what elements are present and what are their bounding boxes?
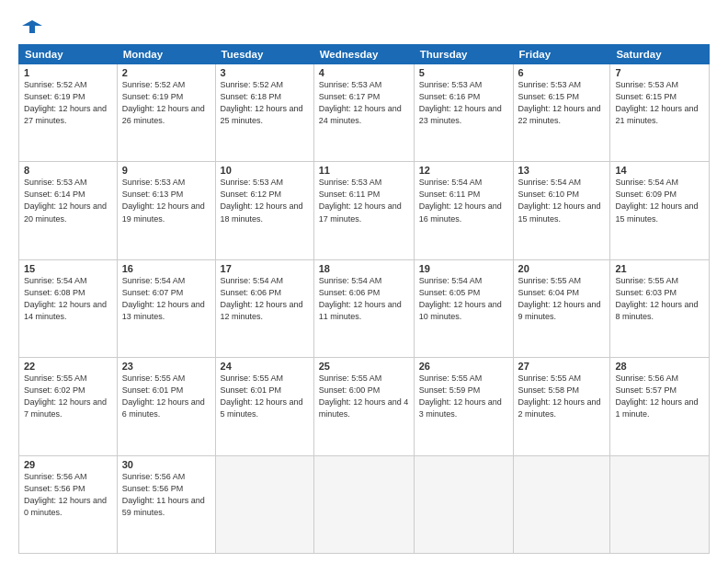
day-info: Sunrise: 5:55 AMSunset: 6:04 PMDaylight:…	[518, 275, 606, 323]
day-cell: 30Sunrise: 5:56 AMSunset: 5:56 PMDayligh…	[117, 455, 215, 553]
week-row-5: 29Sunrise: 5:56 AMSunset: 5:56 PMDayligh…	[19, 455, 710, 553]
day-info: Sunrise: 5:55 AMSunset: 5:58 PMDaylight:…	[518, 373, 606, 420]
day-number: 12	[419, 165, 508, 176]
day-info: Sunrise: 5:54 AMSunset: 6:09 PMDaylight:…	[615, 177, 704, 224]
day-cell: 11Sunrise: 5:53 AMSunset: 6:11 PMDayligh…	[313, 162, 414, 259]
day-cell: 27Sunrise: 5:55 AMSunset: 5:58 PMDayligh…	[513, 358, 610, 455]
day-cell	[215, 455, 313, 553]
day-number: 5	[419, 67, 508, 78]
day-cell: 18Sunrise: 5:54 AMSunset: 6:06 PMDayligh…	[313, 259, 414, 357]
col-header-friday: Friday	[513, 45, 610, 64]
day-cell	[414, 455, 513, 553]
day-info: Sunrise: 5:52 AMSunset: 6:18 PMDaylight:…	[221, 79, 309, 127]
day-cell: 28Sunrise: 5:56 AMSunset: 5:57 PMDayligh…	[610, 358, 710, 455]
day-cell: 16Sunrise: 5:54 AMSunset: 6:07 PMDayligh…	[117, 259, 215, 357]
day-info: Sunrise: 5:56 AMSunset: 5:56 PMDaylight:…	[122, 471, 210, 519]
svg-marker-0	[22, 20, 42, 33]
day-cell: 8Sunrise: 5:53 AMSunset: 6:14 PMDaylight…	[19, 162, 118, 259]
day-info: Sunrise: 5:53 AMSunset: 6:15 PMDaylight:…	[518, 79, 606, 127]
day-cell: 7Sunrise: 5:53 AMSunset: 6:15 PMDaylight…	[610, 64, 710, 162]
day-info: Sunrise: 5:53 AMSunset: 6:15 PMDaylight:…	[615, 79, 704, 127]
day-number: 7	[615, 67, 704, 78]
day-cell: 29Sunrise: 5:56 AMSunset: 5:56 PMDayligh…	[19, 455, 118, 553]
col-header-saturday: Saturday	[610, 45, 710, 64]
logo-bird-icon	[22, 17, 42, 37]
col-header-tuesday: Tuesday	[215, 45, 313, 64]
day-number: 10	[221, 165, 309, 176]
day-number: 22	[24, 361, 112, 372]
day-cell: 2Sunrise: 5:52 AMSunset: 6:19 PMDaylight…	[117, 64, 215, 162]
day-cell: 6Sunrise: 5:53 AMSunset: 6:15 PMDaylight…	[513, 64, 610, 162]
day-cell: 12Sunrise: 5:54 AMSunset: 6:11 PMDayligh…	[414, 162, 513, 259]
day-cell: 21Sunrise: 5:55 AMSunset: 6:03 PMDayligh…	[610, 259, 710, 357]
day-number: 3	[221, 67, 309, 78]
day-number: 15	[24, 263, 112, 274]
day-info: Sunrise: 5:54 AMSunset: 6:08 PMDaylight:…	[24, 275, 112, 323]
day-cell: 4Sunrise: 5:53 AMSunset: 6:17 PMDaylight…	[313, 64, 414, 162]
day-number: 8	[24, 165, 112, 176]
day-number: 9	[122, 165, 210, 176]
day-info: Sunrise: 5:54 AMSunset: 6:05 PMDaylight:…	[419, 275, 508, 323]
day-cell: 9Sunrise: 5:53 AMSunset: 6:13 PMDaylight…	[117, 162, 215, 259]
day-info: Sunrise: 5:55 AMSunset: 6:01 PMDaylight:…	[221, 373, 309, 420]
day-info: Sunrise: 5:55 AMSunset: 6:01 PMDaylight:…	[122, 373, 210, 420]
col-header-monday: Monday	[117, 45, 215, 64]
day-cell: 19Sunrise: 5:54 AMSunset: 6:05 PMDayligh…	[414, 259, 513, 357]
week-row-1: 1Sunrise: 5:52 AMSunset: 6:19 PMDaylight…	[19, 64, 710, 162]
day-cell: 15Sunrise: 5:54 AMSunset: 6:08 PMDayligh…	[19, 259, 118, 357]
col-header-wednesday: Wednesday	[313, 45, 414, 64]
day-cell: 13Sunrise: 5:54 AMSunset: 6:10 PMDayligh…	[513, 162, 610, 259]
day-info: Sunrise: 5:54 AMSunset: 6:06 PMDaylight:…	[319, 275, 409, 323]
day-info: Sunrise: 5:54 AMSunset: 6:10 PMDaylight:…	[518, 177, 606, 224]
week-row-2: 8Sunrise: 5:53 AMSunset: 6:14 PMDaylight…	[19, 162, 710, 259]
day-info: Sunrise: 5:53 AMSunset: 6:17 PMDaylight:…	[319, 79, 409, 127]
day-info: Sunrise: 5:56 AMSunset: 5:57 PMDaylight:…	[615, 373, 704, 420]
day-number: 25	[319, 361, 409, 372]
column-headers-row: SundayMondayTuesdayWednesdayThursdayFrid…	[19, 45, 710, 64]
day-number: 1	[24, 67, 112, 78]
day-number: 23	[122, 361, 210, 372]
day-info: Sunrise: 5:56 AMSunset: 5:56 PMDaylight:…	[24, 471, 112, 519]
day-info: Sunrise: 5:55 AMSunset: 5:59 PMDaylight:…	[419, 373, 508, 420]
day-info: Sunrise: 5:52 AMSunset: 6:19 PMDaylight:…	[24, 79, 112, 127]
week-row-4: 22Sunrise: 5:55 AMSunset: 6:02 PMDayligh…	[19, 358, 710, 455]
day-cell: 24Sunrise: 5:55 AMSunset: 6:01 PMDayligh…	[215, 358, 313, 455]
day-cell: 26Sunrise: 5:55 AMSunset: 5:59 PMDayligh…	[414, 358, 513, 455]
day-number: 2	[122, 67, 210, 78]
page: SundayMondayTuesdayWednesdayThursdayFrid…	[0, 0, 728, 563]
day-number: 19	[419, 263, 508, 274]
day-info: Sunrise: 5:52 AMSunset: 6:19 PMDaylight:…	[122, 79, 210, 127]
day-cell: 14Sunrise: 5:54 AMSunset: 6:09 PMDayligh…	[610, 162, 710, 259]
day-cell: 22Sunrise: 5:55 AMSunset: 6:02 PMDayligh…	[19, 358, 118, 455]
day-cell: 25Sunrise: 5:55 AMSunset: 6:00 PMDayligh…	[313, 358, 414, 455]
day-number: 17	[221, 263, 309, 274]
day-number: 29	[24, 459, 112, 470]
day-info: Sunrise: 5:55 AMSunset: 6:03 PMDaylight:…	[615, 275, 704, 323]
day-number: 14	[615, 165, 704, 176]
day-number: 4	[319, 67, 409, 78]
day-info: Sunrise: 5:55 AMSunset: 6:02 PMDaylight:…	[24, 373, 112, 420]
col-header-sunday: Sunday	[19, 45, 118, 64]
day-number: 18	[319, 263, 409, 274]
day-info: Sunrise: 5:53 AMSunset: 6:16 PMDaylight:…	[419, 79, 508, 127]
day-info: Sunrise: 5:54 AMSunset: 6:07 PMDaylight:…	[122, 275, 210, 323]
day-info: Sunrise: 5:53 AMSunset: 6:13 PMDaylight:…	[122, 177, 210, 224]
day-info: Sunrise: 5:54 AMSunset: 6:11 PMDaylight:…	[419, 177, 508, 224]
day-cell: 1Sunrise: 5:52 AMSunset: 6:19 PMDaylight…	[19, 64, 118, 162]
day-number: 21	[615, 263, 704, 274]
calendar-table: SundayMondayTuesdayWednesdayThursdayFrid…	[18, 44, 710, 554]
week-row-3: 15Sunrise: 5:54 AMSunset: 6:08 PMDayligh…	[19, 259, 710, 357]
day-number: 16	[122, 263, 210, 274]
day-info: Sunrise: 5:55 AMSunset: 6:00 PMDaylight:…	[319, 373, 409, 420]
day-cell: 5Sunrise: 5:53 AMSunset: 6:16 PMDaylight…	[414, 64, 513, 162]
day-number: 24	[221, 361, 309, 372]
day-info: Sunrise: 5:54 AMSunset: 6:06 PMDaylight:…	[221, 275, 309, 323]
day-number: 27	[518, 361, 606, 372]
day-number: 30	[122, 459, 210, 470]
day-cell: 23Sunrise: 5:55 AMSunset: 6:01 PMDayligh…	[117, 358, 215, 455]
header	[18, 17, 710, 37]
logo	[18, 17, 42, 37]
day-info: Sunrise: 5:53 AMSunset: 6:11 PMDaylight:…	[319, 177, 409, 224]
day-number: 28	[615, 361, 704, 372]
day-number: 20	[518, 263, 606, 274]
